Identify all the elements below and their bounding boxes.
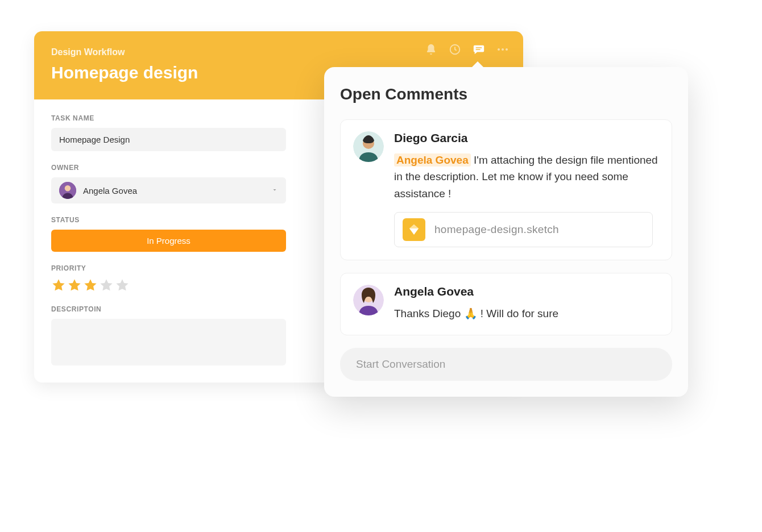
chevron-down-icon [271,185,278,196]
comment-card: Angela GoveaThanks Diego 🙏 ! Will do for… [340,273,672,335]
task-name-input[interactable] [51,128,286,151]
mention[interactable]: Angela Govea [394,153,471,167]
status-pill[interactable]: In Progress [51,230,286,252]
more-icon[interactable] [496,43,510,56]
comment-author: Diego Garcia [394,131,659,145]
star-3[interactable] [83,278,98,293]
attachment-name: homepage-design.sketch [434,223,559,236]
description-input[interactable] [51,319,286,365]
comments-list: Diego GarciaAngela Govea I'm attaching t… [340,119,672,335]
comments-title: Open Comments [340,85,672,103]
star-1[interactable] [51,278,66,293]
star-5[interactable] [115,278,130,293]
comment-card: Diego GarciaAngela Govea I'm attaching t… [340,119,672,260]
owner-name: Angela Govea [83,186,137,196]
clock-icon[interactable] [448,43,462,56]
star-2[interactable] [67,278,82,293]
sketch-file-icon [403,218,425,241]
owner-avatar [59,182,76,199]
bell-icon[interactable] [424,43,438,56]
comment-author: Angela Govea [394,285,659,298]
svg-rect-1 [476,47,482,48]
star-4[interactable] [99,278,114,293]
svg-point-4 [65,185,71,192]
comment-text: Thanks Diego 🙏 ! Will do for sure [394,307,558,319]
chat-icon[interactable] [472,43,486,56]
svg-rect-2 [476,49,481,50]
comments-panel: Open Comments Diego GarciaAngela Govea I… [324,67,688,397]
conversation-input[interactable]: Start Conversation [340,348,672,381]
owner-select[interactable]: Angela Govea [51,177,286,203]
avatar [353,131,384,162]
avatar [353,285,384,315]
attachment[interactable]: homepage-design.sketch [394,212,653,247]
header-toolbar [424,43,510,56]
